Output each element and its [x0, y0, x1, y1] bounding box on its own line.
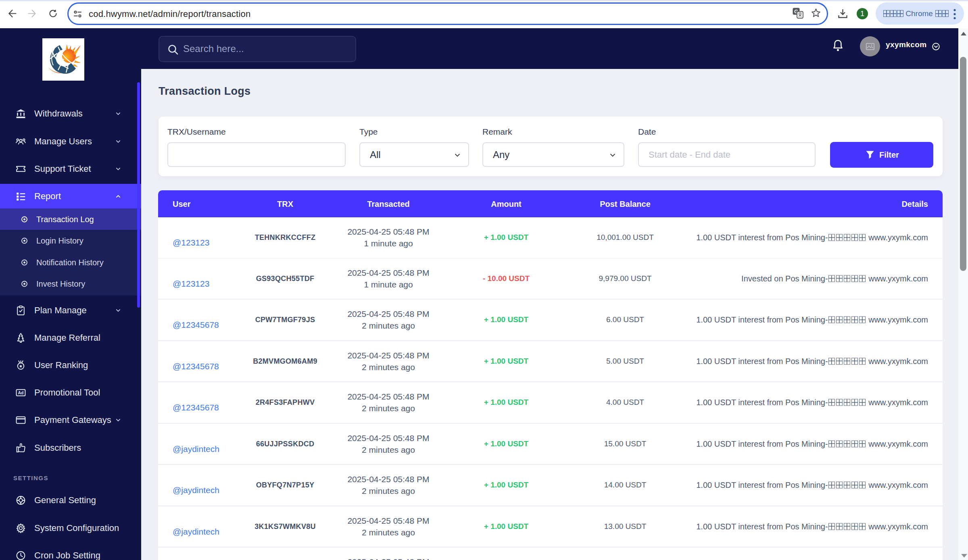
- svg-text:Ad: Ad: [18, 391, 24, 395]
